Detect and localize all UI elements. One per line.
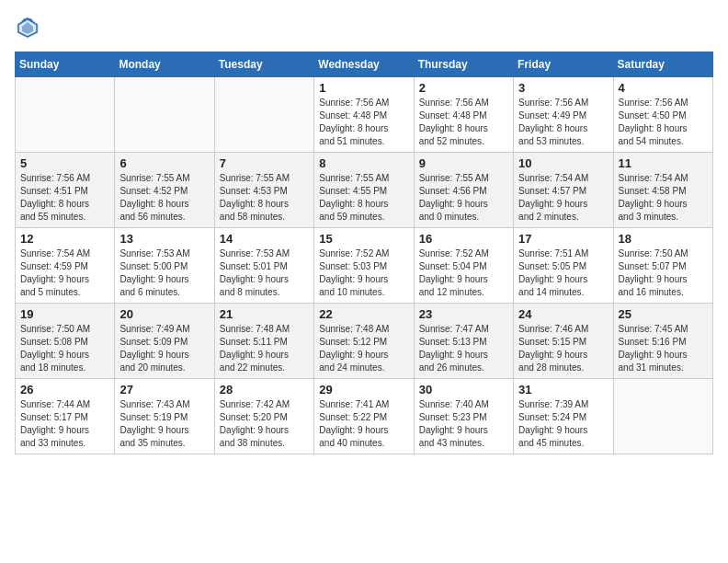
day-number: 2 (419, 81, 508, 95)
day-info: Sunrise: 7:52 AM Sunset: 5:04 PM Dayligh… (419, 247, 508, 299)
day-info: Sunrise: 7:43 AM Sunset: 5:19 PM Dayligh… (119, 398, 209, 450)
day-number: 13 (119, 232, 209, 246)
day-info: Sunrise: 7:56 AM Sunset: 4:50 PM Dayligh… (619, 97, 708, 148)
day-number: 30 (419, 383, 508, 396)
day-info: Sunrise: 7:48 AM Sunset: 5:11 PM Dayligh… (220, 323, 309, 374)
day-info: Sunrise: 7:42 AM Sunset: 5:20 PM Dayligh… (220, 398, 309, 450)
day-info: Sunrise: 7:44 AM Sunset: 5:17 PM Dayligh… (20, 398, 109, 450)
day-info: Sunrise: 7:55 AM Sunset: 4:55 PM Dayligh… (319, 172, 408, 224)
calendar-cell: 17Sunrise: 7:51 AM Sunset: 5:05 PM Dayli… (514, 228, 613, 304)
day-number: 23 (419, 307, 508, 321)
header-day-monday: Monday (115, 52, 214, 77)
calendar-header: SundayMondayTuesdayWednesdayThursdayFrid… (16, 52, 713, 77)
calendar-cell: 14Sunrise: 7:53 AM Sunset: 5:01 PM Dayli… (214, 228, 313, 304)
calendar-cell: 12Sunrise: 7:54 AM Sunset: 4:59 PM Dayli… (16, 228, 115, 304)
calendar-cell: 24Sunrise: 7:46 AM Sunset: 5:15 PM Dayli… (514, 304, 613, 379)
day-info: Sunrise: 7:45 AM Sunset: 5:16 PM Dayligh… (619, 323, 708, 374)
day-info: Sunrise: 7:41 AM Sunset: 5:22 PM Dayligh… (319, 398, 408, 450)
day-number: 12 (20, 232, 109, 246)
day-info: Sunrise: 7:49 AM Sunset: 5:09 PM Dayligh… (119, 323, 209, 374)
calendar-cell (115, 77, 214, 153)
day-number: 7 (220, 156, 309, 170)
calendar-cell: 21Sunrise: 7:48 AM Sunset: 5:11 PM Dayli… (214, 304, 313, 379)
header-row: SundayMondayTuesdayWednesdayThursdayFrid… (16, 52, 713, 77)
calendar-cell: 3Sunrise: 7:56 AM Sunset: 4:49 PM Daylig… (514, 77, 613, 153)
header-day-tuesday: Tuesday (214, 52, 313, 77)
day-number: 14 (220, 232, 309, 246)
day-info: Sunrise: 7:55 AM Sunset: 4:53 PM Dayligh… (220, 172, 309, 224)
logo (15, 15, 44, 40)
day-number: 11 (619, 156, 708, 170)
calendar-cell: 1Sunrise: 7:56 AM Sunset: 4:48 PM Daylig… (314, 77, 414, 153)
day-number: 5 (20, 156, 109, 170)
day-info: Sunrise: 7:56 AM Sunset: 4:51 PM Dayligh… (20, 172, 109, 224)
calendar-cell: 27Sunrise: 7:43 AM Sunset: 5:19 PM Dayli… (115, 379, 214, 454)
day-number: 24 (518, 307, 608, 321)
calendar-cell: 16Sunrise: 7:52 AM Sunset: 5:04 PM Dayli… (414, 228, 513, 304)
day-info: Sunrise: 7:51 AM Sunset: 5:05 PM Dayligh… (518, 247, 608, 299)
day-number: 27 (119, 383, 209, 396)
day-number: 6 (119, 156, 209, 170)
day-number: 19 (20, 307, 109, 321)
day-number: 22 (319, 307, 408, 321)
day-number: 1 (319, 81, 408, 95)
calendar-cell: 30Sunrise: 7:40 AM Sunset: 5:23 PM Dayli… (414, 379, 513, 454)
day-number: 17 (518, 232, 608, 246)
week-row-3: 12Sunrise: 7:54 AM Sunset: 4:59 PM Dayli… (16, 228, 713, 304)
day-info: Sunrise: 7:47 AM Sunset: 5:13 PM Dayligh… (419, 323, 508, 374)
day-info: Sunrise: 7:55 AM Sunset: 4:56 PM Dayligh… (419, 172, 508, 224)
calendar-cell: 29Sunrise: 7:41 AM Sunset: 5:22 PM Dayli… (314, 379, 414, 454)
day-info: Sunrise: 7:50 AM Sunset: 5:08 PM Dayligh… (20, 323, 109, 374)
day-number: 29 (319, 383, 408, 396)
day-info: Sunrise: 7:39 AM Sunset: 5:24 PM Dayligh… (518, 398, 608, 450)
page-header (15, 15, 713, 40)
calendar-cell: 13Sunrise: 7:53 AM Sunset: 5:00 PM Dayli… (115, 228, 214, 304)
day-info: Sunrise: 7:52 AM Sunset: 5:03 PM Dayligh… (319, 247, 408, 299)
calendar-cell: 6Sunrise: 7:55 AM Sunset: 4:52 PM Daylig… (115, 153, 214, 228)
header-day-thursday: Thursday (414, 52, 513, 77)
calendar-cell: 18Sunrise: 7:50 AM Sunset: 5:07 PM Dayli… (613, 228, 712, 304)
calendar-cell: 8Sunrise: 7:55 AM Sunset: 4:55 PM Daylig… (314, 153, 414, 228)
day-number: 21 (220, 307, 309, 321)
calendar-cell: 23Sunrise: 7:47 AM Sunset: 5:13 PM Dayli… (414, 304, 513, 379)
calendar-cell: 11Sunrise: 7:54 AM Sunset: 4:58 PM Dayli… (613, 153, 712, 228)
calendar-cell (16, 77, 115, 153)
calendar-cell: 5Sunrise: 7:56 AM Sunset: 4:51 PM Daylig… (16, 153, 115, 228)
day-info: Sunrise: 7:48 AM Sunset: 5:12 PM Dayligh… (319, 323, 408, 374)
day-number: 28 (220, 383, 309, 396)
week-row-5: 26Sunrise: 7:44 AM Sunset: 5:17 PM Dayli… (16, 379, 713, 454)
header-day-wednesday: Wednesday (314, 52, 414, 77)
header-day-saturday: Saturday (613, 52, 712, 77)
calendar-cell: 26Sunrise: 7:44 AM Sunset: 5:17 PM Dayli… (16, 379, 115, 454)
day-number: 25 (619, 307, 708, 321)
header-day-sunday: Sunday (16, 52, 115, 77)
day-info: Sunrise: 7:56 AM Sunset: 4:48 PM Dayligh… (319, 97, 408, 148)
calendar-cell: 22Sunrise: 7:48 AM Sunset: 5:12 PM Dayli… (314, 304, 414, 379)
day-info: Sunrise: 7:40 AM Sunset: 5:23 PM Dayligh… (419, 398, 508, 450)
calendar-cell: 31Sunrise: 7:39 AM Sunset: 5:24 PM Dayli… (514, 379, 613, 454)
calendar-body: 1Sunrise: 7:56 AM Sunset: 4:48 PM Daylig… (16, 77, 713, 454)
day-number: 26 (20, 383, 109, 396)
day-number: 15 (319, 232, 408, 246)
week-row-2: 5Sunrise: 7:56 AM Sunset: 4:51 PM Daylig… (16, 153, 713, 228)
calendar-cell (214, 77, 313, 153)
week-row-4: 19Sunrise: 7:50 AM Sunset: 5:08 PM Dayli… (16, 304, 713, 379)
day-number: 31 (518, 383, 608, 396)
day-number: 10 (518, 156, 608, 170)
week-row-1: 1Sunrise: 7:56 AM Sunset: 4:48 PM Daylig… (16, 77, 713, 153)
calendar-cell: 10Sunrise: 7:54 AM Sunset: 4:57 PM Dayli… (514, 153, 613, 228)
day-info: Sunrise: 7:53 AM Sunset: 5:01 PM Dayligh… (220, 247, 309, 299)
calendar-cell: 4Sunrise: 7:56 AM Sunset: 4:50 PM Daylig… (613, 77, 712, 153)
day-number: 20 (119, 307, 209, 321)
day-info: Sunrise: 7:54 AM Sunset: 4:57 PM Dayligh… (518, 172, 608, 224)
calendar-cell: 9Sunrise: 7:55 AM Sunset: 4:56 PM Daylig… (414, 153, 513, 228)
calendar-cell: 28Sunrise: 7:42 AM Sunset: 5:20 PM Dayli… (214, 379, 313, 454)
day-info: Sunrise: 7:54 AM Sunset: 4:58 PM Dayligh… (619, 172, 708, 224)
logo-icon (15, 15, 40, 40)
day-info: Sunrise: 7:54 AM Sunset: 4:59 PM Dayligh… (20, 247, 109, 299)
day-info: Sunrise: 7:56 AM Sunset: 4:48 PM Dayligh… (419, 97, 508, 148)
calendar-cell: 15Sunrise: 7:52 AM Sunset: 5:03 PM Dayli… (314, 228, 414, 304)
day-number: 9 (419, 156, 508, 170)
header-day-friday: Friday (514, 52, 613, 77)
day-number: 4 (619, 81, 708, 95)
